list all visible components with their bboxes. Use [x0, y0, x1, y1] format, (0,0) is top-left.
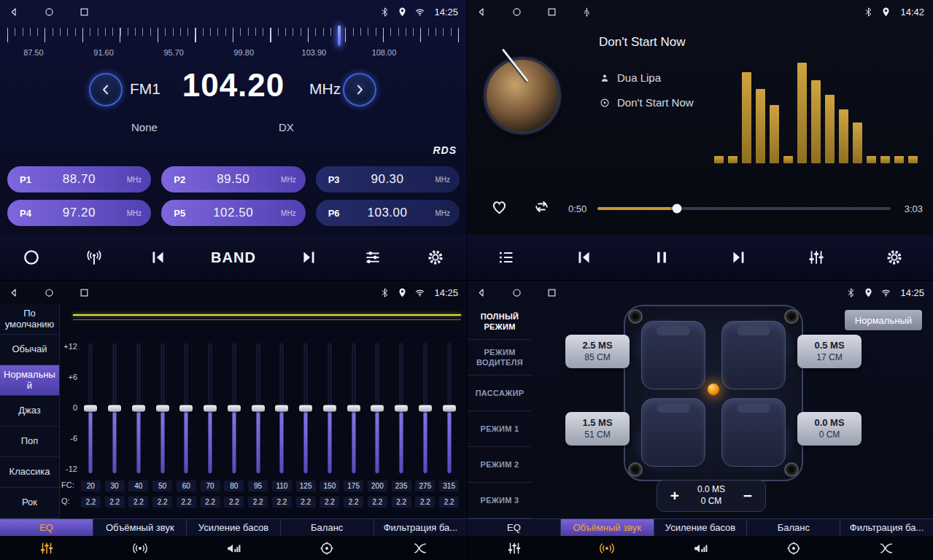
equalizer-icon[interactable]: [807, 248, 826, 267]
frequency-scale[interactable]: 87.5091.6095.7099.80103.90108.00: [7, 28, 460, 60]
sound-mode-item[interactable]: РЕЖИМ ВОДИТЕЛЯ: [468, 340, 532, 376]
delay-button-front-left[interactable]: 2.5 MS85 CM: [565, 335, 630, 368]
filter-icon[interactable]: [840, 540, 933, 556]
audio-tab-2[interactable]: Усиление басов: [654, 519, 748, 536]
audio-tab-4[interactable]: Фильтрация ба...: [374, 519, 467, 536]
audio-tab-1[interactable]: Объёмный звук: [93, 519, 187, 536]
eq-band-slider[interactable]: [347, 343, 360, 473]
eq-slider-knob[interactable]: [371, 405, 384, 412]
surround-icon[interactable]: [561, 540, 654, 556]
eq-slider-knob[interactable]: [108, 405, 121, 412]
audio-tab-0[interactable]: EQ: [468, 519, 561, 536]
back-button[interactable]: [9, 7, 20, 18]
scan-icon[interactable]: [22, 248, 41, 267]
eq-band-slider[interactable]: [323, 343, 336, 473]
home-button[interactable]: [511, 7, 522, 18]
eq-slider-knob[interactable]: [84, 405, 97, 412]
audio-tab-2[interactable]: Усиление басов: [187, 519, 280, 536]
playlist-icon[interactable]: [497, 248, 516, 267]
audio-tab-4[interactable]: Фильтрация ба...: [840, 519, 933, 536]
back-button[interactable]: [476, 7, 487, 18]
eq-band-slider[interactable]: [179, 343, 193, 473]
eq-slider-knob[interactable]: [179, 405, 193, 412]
eq-slider-knob[interactable]: [204, 405, 217, 412]
eq-band-slider[interactable]: [156, 343, 169, 473]
repeat-button[interactable]: [532, 197, 551, 217]
filter-icon[interactable]: [373, 540, 467, 556]
pause-icon[interactable]: [652, 248, 671, 267]
recents-button[interactable]: [546, 7, 557, 18]
eq-slider-knob[interactable]: [252, 405, 265, 412]
audio-tab-1[interactable]: Объёмный звук: [561, 519, 654, 536]
sound-mode-item[interactable]: РЕЖИМ 1: [468, 411, 532, 447]
eq-slider-knob[interactable]: [275, 405, 288, 412]
eq-band-slider[interactable]: [108, 343, 121, 473]
home-button[interactable]: [511, 287, 522, 298]
eq-slider-knob[interactable]: [132, 405, 145, 412]
sound-mode-item[interactable]: РЕЖИМ 3: [468, 483, 532, 518]
eq-slider-knob[interactable]: [299, 405, 312, 412]
eq-band-slider[interactable]: [419, 343, 432, 473]
bass-boost-icon[interactable]: [654, 540, 747, 556]
eq-band-slider[interactable]: [228, 343, 241, 473]
eq-slider-knob[interactable]: [395, 405, 408, 412]
eq-preset-item[interactable]: Рок: [0, 488, 59, 518]
home-button[interactable]: [44, 7, 55, 18]
home-button[interactable]: [44, 287, 55, 298]
delay-button-rear-left[interactable]: 1.5 MS51 CM: [565, 412, 630, 446]
balance-icon[interactable]: [280, 540, 373, 556]
sound-mode-item[interactable]: ПОЛНЫЙ РЕЖИМ: [468, 304, 532, 340]
mixer-icon[interactable]: [363, 248, 382, 267]
eq-band-slider[interactable]: [395, 343, 408, 473]
progress-bar[interactable]: [597, 207, 891, 210]
delay-button-front-right[interactable]: 0.5 MS17 CM: [797, 335, 862, 368]
band-button[interactable]: BAND: [211, 249, 256, 266]
eq-preset-item[interactable]: Нормальный: [0, 365, 59, 396]
settings-icon[interactable]: [426, 248, 445, 267]
preset-button-p1[interactable]: P188.70MHz: [7, 166, 151, 192]
bass-boost-icon[interactable]: [187, 540, 280, 556]
audio-tab-3[interactable]: Баланс: [747, 519, 840, 536]
favorite-button[interactable]: [489, 197, 509, 217]
broadcast-icon[interactable]: [85, 248, 104, 267]
eq-slider-knob[interactable]: [156, 405, 169, 412]
tune-down-button[interactable]: [89, 73, 123, 106]
eq-band-slider[interactable]: [132, 343, 145, 473]
eq-slider-knob[interactable]: [419, 405, 432, 412]
eq-preset-item[interactable]: Классика: [0, 457, 59, 488]
sound-mode-item[interactable]: РЕЖИМ 2: [468, 447, 532, 483]
back-button[interactable]: [476, 287, 487, 298]
surround-icon[interactable]: [93, 540, 187, 556]
sound-profile-button[interactable]: Нормальный: [845, 310, 922, 330]
preset-button-p3[interactable]: P390.30MHz: [316, 166, 460, 192]
eq-preset-item[interactable]: По умолчанию: [0, 304, 59, 335]
sound-mode-item[interactable]: ПАССАЖИР: [468, 376, 532, 411]
recents-button[interactable]: [546, 287, 557, 298]
preset-button-p5[interactable]: P5102.50MHz: [161, 200, 305, 226]
delay-increase-button[interactable]: +: [667, 487, 683, 505]
tune-up-button[interactable]: [343, 73, 376, 106]
recents-button[interactable]: [79, 287, 90, 298]
audio-tab-0[interactable]: EQ: [0, 519, 93, 536]
listening-position-marker[interactable]: [708, 384, 719, 395]
preset-button-p6[interactable]: P6103.00MHz: [316, 200, 460, 226]
preset-button-p4[interactable]: P497.20MHz: [7, 200, 151, 226]
audio-tab-3[interactable]: Баланс: [281, 519, 374, 536]
back-button[interactable]: [9, 287, 20, 298]
delay-decrease-button[interactable]: −: [740, 487, 756, 505]
eq-band-slider[interactable]: [275, 343, 288, 473]
eq-band-slider[interactable]: [371, 343, 384, 473]
eq-preset-item[interactable]: Обычай: [0, 335, 59, 365]
eq-band-slider[interactable]: [204, 343, 217, 473]
eq-band-slider[interactable]: [252, 343, 265, 473]
balance-icon[interactable]: [747, 540, 840, 556]
eq-band-slider[interactable]: [84, 343, 97, 473]
faders-icon[interactable]: [468, 540, 561, 556]
faders-icon[interactable]: [0, 540, 93, 556]
previous-track-icon[interactable]: [574, 248, 593, 267]
seek-forward-icon[interactable]: [300, 248, 319, 267]
progress-knob[interactable]: [672, 204, 681, 214]
eq-preset-item[interactable]: Джаз: [0, 396, 59, 427]
eq-band-slider[interactable]: [443, 343, 456, 473]
next-track-icon[interactable]: [729, 248, 748, 267]
